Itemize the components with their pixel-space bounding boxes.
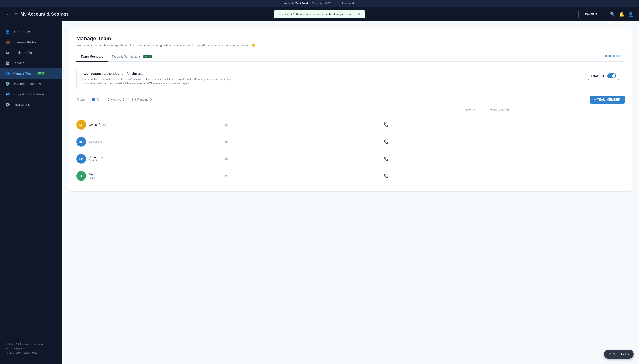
privacy-link[interactable]: Privacy Policy — [22, 351, 37, 354]
sidebar-label-public-profile: Public Profile — [12, 51, 32, 54]
filter-active-radio — [108, 98, 112, 101]
sidebar-item-public-profile[interactable]: 🏛 Public Profile — [0, 48, 62, 58]
filter-active-label: Active — [113, 98, 121, 101]
documentation-link[interactable]: Documentation ↗ — [602, 54, 625, 59]
member-name-hk: Hello Kitty — [89, 156, 103, 159]
sidebar-item-support-tickets[interactable]: 📬 Support Tickets Inbox — [0, 89, 62, 99]
filter-pending[interactable]: Pending 0 — [130, 97, 153, 102]
twofa-description: After enabling Two-Factor authentication… — [82, 77, 233, 86]
sidebar-item-integrations[interactable]: ⚙️ Integrations — [0, 99, 62, 110]
avatar-te: TE — [76, 171, 86, 181]
sidebar-nav: 👤 User Profile 💼 Business Profile 🏛 Publ… — [0, 26, 62, 338]
sidebar-label-support-tickets: Support Tickets Inbox — [12, 92, 44, 96]
banking-icon: 🏦 — [5, 61, 10, 65]
table-row: NS Owner (You) ✉ 📞 — [76, 116, 625, 133]
filter-all[interactable]: ✓ All — [90, 97, 102, 102]
sidebar-item-manage-team[interactable]: 👥 Manage Team NEW — [0, 68, 62, 78]
external-link-icon: ↗ — [622, 54, 625, 58]
notification-text: Two factor Authentication has been enabl… — [279, 12, 353, 16]
member-info-hk: HK Hello Kitty Operations — [76, 154, 147, 164]
twofa-section: Two - Factor Authentication for the team… — [76, 67, 625, 90]
toggle-thumb — [612, 74, 616, 78]
member-details-kc: Operations — [89, 140, 102, 143]
member-phone-te: 📞 — [306, 174, 466, 178]
user-account-icon[interactable]: 👤 — [628, 12, 634, 17]
content-card: Manage Team Invite your team members, as… — [69, 28, 632, 192]
need-help-icon: ✕ — [608, 352, 611, 356]
filter-active[interactable]: Active 6 — [106, 97, 126, 102]
filters-row: Filters: | ✓ All | Active 6 | — [76, 96, 625, 104]
notifications-icon[interactable]: 🔔 — [619, 12, 624, 17]
sidebar-label-user-profile: User Profile — [12, 30, 30, 34]
filter-active-count: 6 — [123, 98, 124, 101]
sidebar-label-developer-controls: Developer Controls — [12, 82, 41, 86]
member-email-te: ✉ — [147, 174, 306, 178]
notification-close[interactable]: ✕ — [358, 12, 360, 16]
twofa-title: Two - Factor Authentication for the team — [82, 72, 233, 76]
need-help-label: Need Help? — [613, 352, 629, 356]
table-row: KC Operations ✉ 📞 — [76, 133, 625, 150]
table-row: TE Test Admin ✉ 📞 — [76, 168, 625, 184]
member-role-hk: Operations — [89, 159, 103, 162]
member-details-owner: Owner (You) — [89, 123, 106, 126]
sidebar-item-business-profile[interactable]: 💼 Business Profile — [0, 37, 62, 48]
sidebar: 👤 User Profile 💼 Business Profile 🏛 Publ… — [0, 21, 62, 364]
settings-icon: ⚙ — [14, 12, 18, 17]
tab-roles-permissions[interactable]: Roles & Permissions NEW — [108, 52, 156, 62]
merchant-agreement-link[interactable]: Merchant Agreement — [5, 347, 28, 350]
filter-separator-1: | — [88, 98, 88, 101]
member-name-te: Test — [89, 172, 96, 176]
notification-banner-wrapper: Two factor Authentication has been enabl… — [274, 10, 365, 18]
member-email-hk: ✉ — [147, 156, 306, 161]
member-details-hk: Hello Kitty Operations — [89, 156, 103, 162]
member-info-kc: KC Operations — [76, 137, 147, 146]
toggle-track — [607, 74, 616, 78]
payout-dropdown-icon: ▾ — [601, 12, 602, 16]
filter-pending-label: Pending — [137, 98, 148, 101]
sidebar-label-banking: Banking — [12, 61, 24, 65]
roles-new-badge: NEW — [143, 55, 152, 58]
sidebar-label-business-profile: Business Profile — [12, 40, 36, 44]
twofa-toggle[interactable] — [607, 74, 616, 78]
sidebar-item-user-profile[interactable]: 👤 User Profile — [0, 26, 62, 37]
header-right: + PAYOUT ▾ 🔍 🔔 👤 — [578, 10, 634, 18]
member-phone-hk: 📞 — [306, 156, 466, 161]
avatar-kc: KC — [76, 137, 86, 146]
back-button[interactable]: ← — [5, 11, 12, 18]
twofa-content: Two - Factor Authentication for the team… — [82, 72, 233, 86]
add-member-button[interactable]: + TEAM MEMBER — [590, 96, 625, 104]
terms-link[interactable]: Terms of Use — [5, 351, 20, 354]
main-content: Manage Team Invite your team members, as… — [62, 21, 639, 364]
table-row: HK Hello Kitty Operations ✉ 📞 — [76, 150, 625, 168]
page-subtitle: Invite your team members, assign them ro… — [76, 44, 625, 47]
copyright-text: © 2017 - 2023 Copyright Razorpay — [5, 342, 56, 346]
payout-button[interactable]: + PAYOUT ▾ — [578, 10, 606, 18]
sidebar-item-banking[interactable]: 🏦 Banking — [0, 58, 62, 68]
header-title: My Account & Settings — [20, 12, 68, 17]
member-email-kc: ✉ — [147, 139, 306, 144]
member-details-te: Test Admin — [89, 172, 96, 179]
layout: 👤 User Profile 💼 Business Profile 🏛 Publ… — [0, 21, 639, 364]
col-header-member — [76, 109, 147, 113]
tab-team-members[interactable]: Team Members — [76, 52, 108, 62]
member-email-owner: ✉ — [147, 122, 306, 127]
support-tickets-icon: 📬 — [5, 92, 10, 96]
user-profile-icon: 👤 — [5, 30, 10, 34]
member-phone-owner: 📞 — [306, 122, 466, 127]
manage-team-new-badge: NEW — [37, 72, 45, 75]
filter-all-label: All — [97, 98, 100, 101]
header: ← ⚙ My Account & Settings Two factor Aut… — [0, 7, 639, 21]
sidebar-item-developer-controls[interactable]: ⚙️ Developer Controls — [0, 78, 62, 89]
member-table: NS Owner (You) ✉ 📞 KC — [76, 116, 625, 184]
need-help-button[interactable]: ✕ Need Help? — [604, 350, 634, 359]
member-name-owner: Owner (You) — [89, 123, 106, 126]
notification-banner: Two factor Authentication has been enabl… — [274, 10, 365, 18]
filter-pending-count: 0 — [150, 98, 152, 101]
search-icon[interactable]: 🔍 — [610, 12, 616, 17]
sidebar-footer: © 2017 - 2023 Copyright Razorpay Merchan… — [0, 338, 62, 359]
integrations-icon: ⚙️ — [5, 102, 10, 107]
twofa-toggle-container[interactable]: ENABLED — [588, 72, 619, 80]
developer-controls-icon: ⚙️ — [5, 82, 10, 86]
col-header-phone — [306, 109, 466, 113]
sidebar-label-integrations: Integrations — [12, 103, 30, 106]
